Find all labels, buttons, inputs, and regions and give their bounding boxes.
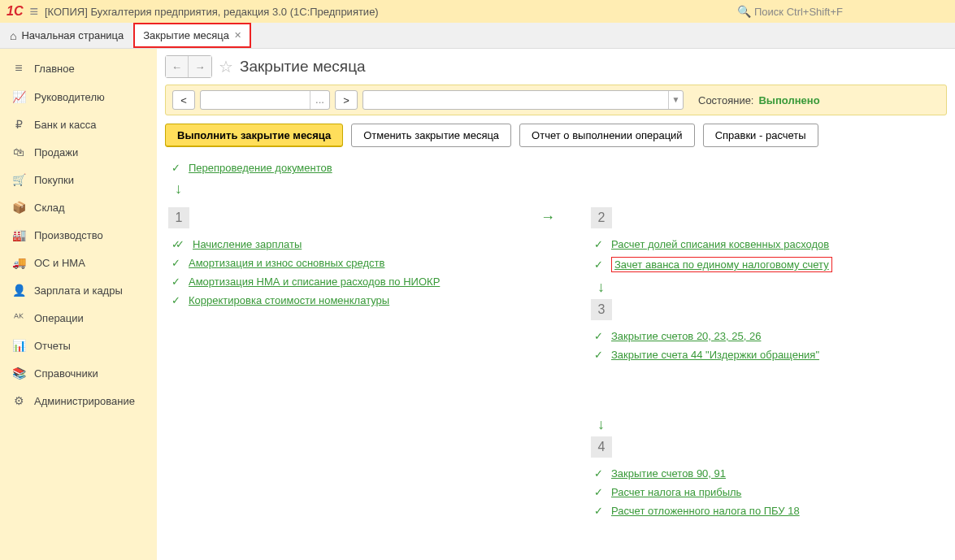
sidebar-label: Склад bbox=[34, 202, 65, 214]
state-value: Выполнено bbox=[758, 94, 819, 106]
app-logo: 1C bbox=[7, 4, 23, 19]
references-button[interactable]: Справки - расчеты bbox=[703, 124, 818, 147]
check-icon: ✓ bbox=[171, 257, 180, 269]
column-left: 1 ✓Начисление зарплаты ✓Амортизация и из… bbox=[165, 204, 524, 520]
gear-icon: ⚙ bbox=[11, 394, 26, 407]
stage-2-badge: 2 bbox=[591, 207, 612, 228]
sidebar-label: Продажи bbox=[34, 146, 78, 158]
global-search[interactable]: 🔍 Поиск Ctrl+Shift+F bbox=[737, 5, 948, 18]
op-close-90: ✓Закрытие счетов 90, 91 bbox=[588, 464, 947, 483]
op-link[interactable]: Закрытие счетов 90, 91 bbox=[611, 467, 726, 480]
sidebar-label: Главное bbox=[34, 63, 75, 75]
factory-icon: 🏭 bbox=[11, 228, 26, 241]
check-icon: ✓ bbox=[594, 238, 603, 250]
sidebar-item-operations[interactable]: ᴬᴷОперации bbox=[0, 304, 157, 332]
stage-4-badge: 4 bbox=[591, 436, 612, 458]
arrow-down-icon: ↓ bbox=[597, 279, 947, 296]
op-link[interactable]: Начисление зарплаты bbox=[193, 238, 302, 250]
op-close-44: ✓Закрытие счета 44 "Издержки обращения" bbox=[588, 345, 947, 364]
op-indirect-costs: ✓Расчет долей списания косвенных расходо… bbox=[588, 235, 947, 254]
truck-icon: 🚚 bbox=[11, 256, 26, 269]
ops-icon: ᴬᴷ bbox=[11, 311, 26, 324]
sidebar-item-production[interactable]: 🏭Производство bbox=[0, 221, 157, 249]
op-link[interactable]: Амортизация НМА и списание расходов по Н… bbox=[189, 276, 440, 288]
close-icon[interactable]: ✕ bbox=[234, 30, 241, 41]
sidebar-label: Администрирование bbox=[34, 395, 135, 407]
chevron-down-icon[interactable]: ▼ bbox=[668, 91, 683, 109]
page-title: Закрытие месяца bbox=[240, 58, 366, 76]
books-icon: 📚 bbox=[11, 367, 26, 380]
column-right: 2 ✓Расчет долей списания косвенных расхо… bbox=[588, 204, 947, 520]
operations-report-button[interactable]: Отчет о выполнении операций bbox=[519, 124, 695, 147]
sidebar-item-sales[interactable]: 🛍Продажи bbox=[0, 138, 157, 166]
arrow-down-icon: ↓ bbox=[175, 180, 947, 198]
check-icon: ✓ bbox=[171, 276, 180, 288]
period-prev-button[interactable]: < bbox=[172, 90, 195, 110]
op-link-highlighted[interactable]: Зачет аванса по единому налоговому счету bbox=[611, 257, 832, 272]
check-icon: ✓ bbox=[594, 467, 603, 480]
sidebar-label: Покупки bbox=[34, 174, 74, 186]
op-link[interactable]: Расчет долей списания косвенных расходов bbox=[611, 238, 829, 250]
op-deferred-tax: ✓Расчет отложенного налога по ПБУ 18 bbox=[588, 501, 947, 520]
titlebar: 1C ≡ [КОПИЯ] Бухгалтерия предприятия, ре… bbox=[0, 0, 955, 23]
sidebar-item-main[interactable]: ≡Главное bbox=[0, 54, 157, 83]
op-link[interactable]: Закрытие счетов 20, 23, 25, 26 bbox=[611, 330, 761, 342]
search-placeholder: Поиск Ctrl+Shift+F bbox=[754, 6, 843, 18]
sidebar-item-catalogs[interactable]: 📚Справочники bbox=[0, 359, 157, 387]
op-link[interactable]: Расчет налога на прибыль bbox=[611, 486, 741, 498]
cart-icon: 🛒 bbox=[11, 173, 26, 186]
sidebar-item-bank[interactable]: ₽Банк и касса bbox=[0, 111, 157, 138]
tab-month-close[interactable]: Закрытие месяца ✕ bbox=[133, 23, 251, 48]
execute-close-button[interactable]: Выполнить закрытие месяца bbox=[165, 124, 343, 147]
period-next-button[interactable]: > bbox=[335, 90, 358, 110]
nav-back-button[interactable]: ← bbox=[166, 56, 189, 77]
ruble-icon: ₽ bbox=[11, 118, 26, 131]
sidebar-label: ОС и НМА bbox=[34, 257, 85, 269]
op-advance-offset: ✓Зачет аванса по единому налоговому счет… bbox=[588, 254, 947, 276]
op-depreciation: ✓Амортизация и износ основных средств bbox=[165, 254, 524, 272]
cancel-close-button[interactable]: Отменить закрытие месяца bbox=[351, 124, 511, 147]
op-link[interactable]: Перепроведение документов bbox=[189, 162, 332, 174]
op-nma: ✓Амортизация НМА и списание расходов по … bbox=[165, 272, 524, 291]
bag-icon: 🛍 bbox=[11, 145, 26, 158]
sidebar-item-reports[interactable]: 📊Отчеты bbox=[0, 332, 157, 359]
arrow-down-icon: ↓ bbox=[597, 416, 947, 433]
op-link[interactable]: Расчет отложенного налога по ПБУ 18 bbox=[611, 505, 800, 517]
bars-icon: 📊 bbox=[11, 339, 26, 352]
check-icon: ✓ bbox=[594, 258, 603, 271]
sidebar: ≡Главное 📈Руководителю ₽Банк и касса 🛍Пр… bbox=[0, 49, 157, 560]
sidebar-item-admin[interactable]: ⚙Администрирование bbox=[0, 387, 157, 415]
sidebar-item-manager[interactable]: 📈Руководителю bbox=[0, 83, 157, 111]
double-check-icon: ✓ bbox=[171, 238, 184, 250]
check-icon: ✓ bbox=[594, 349, 603, 361]
hamburger-icon[interactable]: ≡ bbox=[29, 3, 38, 20]
home-icon: ⌂ bbox=[10, 29, 16, 42]
op-profit-tax: ✓Расчет налога на прибыль bbox=[588, 483, 947, 501]
op-link[interactable]: Закрытие счета 44 "Издержки обращения" bbox=[611, 349, 819, 361]
state-label: Состояние: bbox=[698, 94, 753, 106]
check-icon: ✓ bbox=[594, 330, 603, 342]
op-close-20: ✓Закрытие счетов 20, 23, 25, 26 bbox=[588, 327, 947, 345]
tab-home[interactable]: ⌂ Начальная страница bbox=[0, 23, 133, 48]
sidebar-item-assets[interactable]: 🚚ОС и НМА bbox=[0, 249, 157, 276]
op-link[interactable]: Корректировка стоимости номенклатуры bbox=[189, 294, 389, 306]
ellipsis-icon[interactable]: ... bbox=[310, 91, 329, 109]
sidebar-label: Производство bbox=[34, 229, 103, 241]
nav-forward-button[interactable]: → bbox=[189, 56, 211, 77]
hamburger-icon: ≡ bbox=[11, 61, 26, 76]
op-link[interactable]: Амортизация и износ основных средств bbox=[189, 257, 384, 269]
sidebar-label: Банк и касса bbox=[34, 119, 97, 131]
search-icon: 🔍 bbox=[737, 5, 751, 18]
tabbar: ⌂ Начальная страница Закрытие месяца ✕ bbox=[0, 23, 955, 49]
person-icon: 👤 bbox=[11, 284, 26, 297]
organization-select[interactable]: ▼ bbox=[362, 90, 684, 110]
sidebar-label: Отчеты bbox=[34, 340, 71, 352]
check-icon: ✓ bbox=[594, 486, 603, 498]
check-icon: ✓ bbox=[594, 505, 603, 517]
op-cost-correction: ✓Корректировка стоимости номенклатуры bbox=[165, 291, 524, 310]
sidebar-item-purchases[interactable]: 🛒Покупки bbox=[0, 166, 157, 193]
sidebar-item-warehouse[interactable]: 📦Склад bbox=[0, 193, 157, 221]
sidebar-item-salary[interactable]: 👤Зарплата и кадры bbox=[0, 276, 157, 304]
favorite-star-icon[interactable]: ☆ bbox=[219, 57, 233, 76]
period-input[interactable]: ... bbox=[200, 90, 330, 110]
